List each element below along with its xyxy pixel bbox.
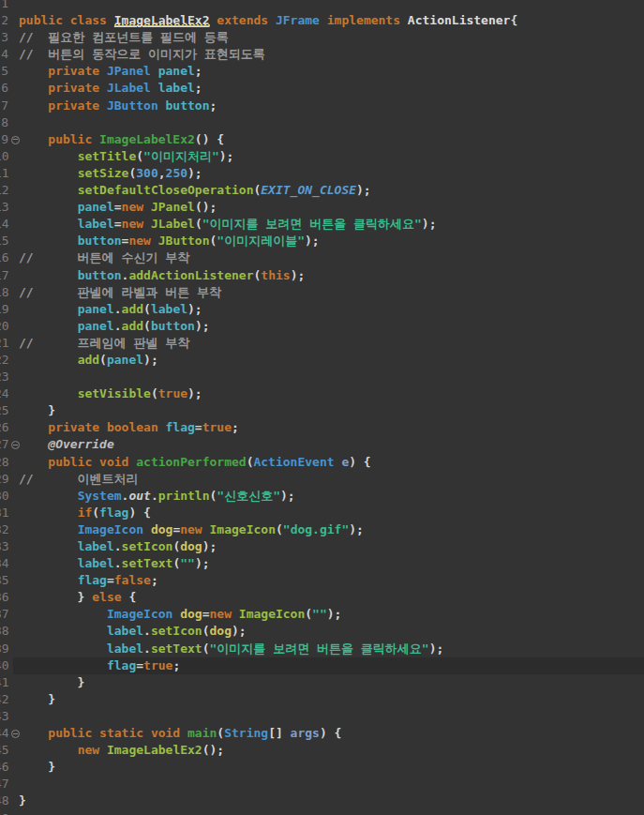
code-area[interactable]: 12public class ImageLabelEx2 extends JFr… bbox=[0, 0, 644, 815]
code-token: ); bbox=[232, 624, 247, 638]
code-line[interactable]: 28 public void actionPerformed(ActionEve… bbox=[0, 454, 644, 471]
code-line[interactable]: 38 label.setIcon(dog); bbox=[0, 623, 644, 640]
code-line[interactable]: 18// 판넬에 라벨과 버튼 부착 bbox=[0, 284, 644, 301]
code-line[interactable]: 14 label=new JLabel("이미지를 보려면 버튼을 클릭하세요"… bbox=[0, 216, 644, 233]
code-line[interactable]: 23 bbox=[0, 369, 644, 385]
code-token: // 이벤트처리 bbox=[19, 472, 139, 486]
line-number: 35 bbox=[0, 572, 8, 589]
code-line[interactable]: 25 } bbox=[0, 402, 644, 419]
code-token: ( bbox=[136, 149, 143, 163]
code-token bbox=[143, 522, 151, 536]
code-token: . bbox=[143, 624, 151, 638]
code-token: label bbox=[151, 302, 187, 316]
code-text: button.addActionListener(this); bbox=[19, 268, 305, 282]
code-token: { bbox=[122, 590, 137, 604]
code-token: ; bbox=[232, 420, 239, 434]
code-line[interactable]: 13 panel=new JPanel(); bbox=[0, 199, 644, 216]
code-token: ; bbox=[172, 658, 180, 672]
code-line[interactable]: 29// 이벤트처리 bbox=[0, 471, 644, 488]
code-line[interactable]: 7 private JButton button; bbox=[0, 98, 644, 114]
code-line-current[interactable]: 40 flag=true; bbox=[0, 657, 644, 674]
code-line[interactable]: 35 flag=false; bbox=[0, 572, 644, 589]
code-line[interactable]: 31 if(flag) { bbox=[0, 505, 644, 521]
code-line[interactable]: 22 add(panel); bbox=[0, 352, 644, 369]
code-line[interactable]: 10 setTitle("이미지처리"); bbox=[0, 148, 644, 165]
code-line[interactable]: 3// 필요한 컴포넌트를 필드에 등록 bbox=[0, 29, 644, 46]
code-line[interactable]: 16// 버튼에 수신기 부착 bbox=[0, 249, 644, 266]
code-line[interactable]: 37 ImageIcon dog=new ImageIcon(""); bbox=[0, 606, 644, 623]
code-line[interactable]: 15 button=new JButton("이미지레이블"); bbox=[0, 233, 644, 249]
code-line[interactable]: 32 ImageIcon dog=new ImageIcon("dog.gif"… bbox=[0, 521, 644, 538]
code-line[interactable]: 19 panel.add(label); bbox=[0, 301, 644, 318]
code-line[interactable]: 41 } bbox=[0, 674, 644, 691]
code-line[interactable]: 43 bbox=[0, 708, 644, 725]
code-line[interactable]: 17 button.addActionListener(this); bbox=[0, 267, 644, 284]
code-token: () { bbox=[195, 132, 224, 146]
code-line[interactable]: 2public class ImageLabelEx2 extends JFra… bbox=[0, 12, 644, 29]
code-editor[interactable]: 12public class ImageLabelEx2 extends JFr… bbox=[0, 0, 644, 815]
code-token: private boolean bbox=[19, 420, 166, 434]
code-text: } bbox=[19, 793, 26, 807]
line-number: 19 bbox=[0, 301, 8, 318]
code-token: // 판넬에 라벨과 버튼 부착 bbox=[19, 285, 221, 299]
code-line[interactable]: 30 System.out.println("신호신호"); bbox=[0, 488, 644, 505]
code-token: System bbox=[78, 489, 122, 503]
fold-marker-icon[interactable] bbox=[11, 730, 20, 738]
code-token: . bbox=[114, 539, 122, 553]
code-text: label.setText(""); bbox=[19, 556, 210, 570]
code-token bbox=[19, 539, 78, 553]
line-number: 31 bbox=[0, 505, 8, 521]
code-token: ); bbox=[305, 234, 320, 248]
code-token: false bbox=[114, 573, 151, 587]
code-line[interactable]: 47 bbox=[0, 776, 644, 792]
code-token: setSize bbox=[78, 166, 129, 180]
code-line[interactable]: 4// 버튼의 동작으로 이미지가 표현되도록 bbox=[0, 46, 644, 63]
line-number: 38 bbox=[0, 623, 8, 640]
code-token: button bbox=[78, 234, 122, 248]
code-token: ActionEvent bbox=[253, 455, 334, 469]
code-token bbox=[19, 624, 107, 638]
code-line[interactable]: 46 } bbox=[0, 759, 644, 776]
code-token: println bbox=[158, 489, 210, 503]
code-token: ImageIcon bbox=[239, 607, 305, 621]
code-line[interactable]: 9 public ImageLabelEx2() { bbox=[0, 131, 644, 148]
code-token: private bbox=[19, 81, 107, 95]
code-line[interactable]: 1 bbox=[0, 0, 644, 12]
code-token: setText bbox=[122, 556, 173, 570]
code-line[interactable]: 33 label.setIcon(dog); bbox=[0, 538, 644, 555]
code-line[interactable]: 6 private JLabel label; bbox=[0, 80, 644, 97]
code-line[interactable]: 42 } bbox=[0, 691, 644, 708]
code-line[interactable]: 11 setSize(300,250); bbox=[0, 165, 644, 182]
code-line[interactable]: 12 setDefaultCloseOperation(EXIT_ON_CLOS… bbox=[0, 182, 644, 199]
code-token: ActionListener bbox=[408, 13, 511, 27]
code-line[interactable]: 24 setVisible(true); bbox=[0, 385, 644, 402]
code-line[interactable]: 27 @Override bbox=[0, 436, 644, 453]
code-line[interactable]: 39 label.setText("이미지를 보려면 버튼을 클릭하세요"); bbox=[0, 641, 644, 657]
code-line[interactable]: 20 panel.add(button); bbox=[0, 318, 644, 335]
code-token: ) { bbox=[349, 455, 370, 469]
code-token: // 버튼에 수신기 부착 bbox=[19, 250, 189, 264]
code-line[interactable]: 45 new ImageLabelEx2(); bbox=[0, 742, 644, 759]
line-number: 43 bbox=[0, 708, 8, 725]
code-line[interactable]: 21// 프레임에 판넬 부착 bbox=[0, 335, 644, 352]
code-token bbox=[19, 522, 78, 536]
code-token: out bbox=[128, 489, 150, 503]
code-token: implements bbox=[320, 13, 408, 27]
code-token: } bbox=[19, 675, 84, 689]
code-line[interactable]: 5 private JPanel panel; bbox=[0, 63, 644, 80]
code-token: else bbox=[92, 590, 121, 604]
code-line[interactable]: 26 private boolean flag=true; bbox=[0, 419, 644, 436]
code-token bbox=[158, 98, 166, 113]
code-text: // 프레임에 판넬 부착 bbox=[19, 336, 189, 350]
code-token: true bbox=[202, 420, 232, 434]
fold-marker-icon[interactable] bbox=[11, 136, 20, 144]
code-token bbox=[19, 658, 107, 672]
code-line[interactable]: 36 } else { bbox=[0, 589, 644, 606]
code-line[interactable]: 44 public static void main(String[] args… bbox=[0, 725, 644, 742]
code-line[interactable]: 34 label.setText(""); bbox=[0, 555, 644, 572]
code-line[interactable]: 49 bbox=[0, 810, 644, 815]
code-token: . bbox=[114, 302, 122, 316]
code-line[interactable]: 48} bbox=[0, 792, 644, 809]
code-token bbox=[19, 743, 78, 757]
code-line[interactable]: 8 bbox=[0, 114, 644, 131]
